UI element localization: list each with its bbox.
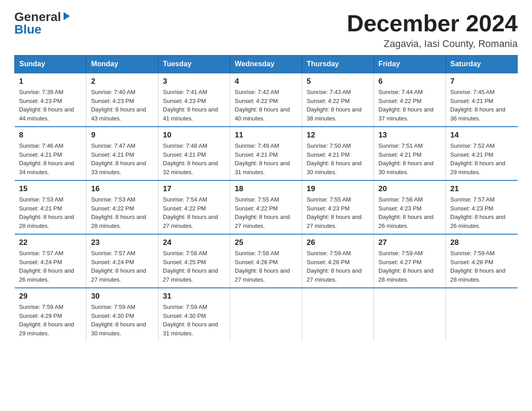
day-info: Sunrise: 7:42 AMSunset: 4:22 PMDaylight:… [235,88,297,123]
logo-arrow-icon [62,11,72,21]
calendar-cell: 4Sunrise: 7:42 AMSunset: 4:22 PMDaylight… [230,73,302,127]
logo-blue-text: Blue [14,23,42,36]
calendar-cell: 7Sunrise: 7:45 AMSunset: 4:21 PMDaylight… [446,73,517,127]
day-info: Sunrise: 7:59 AMSunset: 4:30 PMDaylight:… [91,303,153,338]
day-number: 29 [19,292,82,301]
day-number: 7 [450,77,513,86]
calendar-cell [374,288,446,341]
day-number: 28 [450,238,513,247]
header-thursday: Thursday [302,56,373,73]
calendar-cell: 22Sunrise: 7:57 AMSunset: 4:24 PMDayligh… [15,234,86,288]
day-info: Sunrise: 7:53 AMSunset: 4:21 PMDaylight:… [19,195,82,230]
day-number: 30 [91,292,153,301]
calendar-cell [302,288,373,341]
day-number: 5 [307,77,369,86]
day-number: 1 [19,77,82,86]
day-info: Sunrise: 7:59 AMSunset: 4:29 PMDaylight:… [19,303,82,338]
day-number: 9 [91,131,153,140]
day-info: Sunrise: 7:48 AMSunset: 4:21 PMDaylight:… [163,141,225,176]
day-number: 19 [307,184,369,193]
day-info: Sunrise: 7:59 AMSunset: 4:30 PMDaylight:… [163,303,225,338]
day-number: 23 [91,238,153,247]
calendar-cell: 17Sunrise: 7:54 AMSunset: 4:22 PMDayligh… [158,180,230,234]
calendar-cell: 11Sunrise: 7:49 AMSunset: 4:21 PMDayligh… [230,127,302,180]
calendar-cell: 29Sunrise: 7:59 AMSunset: 4:29 PMDayligh… [15,288,86,341]
day-number: 22 [19,238,82,247]
header-friday: Friday [374,56,446,73]
header-sunday: Sunday [15,56,86,73]
day-number: 24 [163,238,225,247]
calendar-cell: 9Sunrise: 7:47 AMSunset: 4:21 PMDaylight… [86,127,158,180]
day-number: 27 [378,238,441,247]
calendar-cell: 2Sunrise: 7:40 AMSunset: 4:23 PMDaylight… [86,73,158,127]
day-number: 17 [163,184,225,193]
day-info: Sunrise: 7:57 AMSunset: 4:24 PMDaylight:… [91,249,153,284]
calendar-cell: 18Sunrise: 7:55 AMSunset: 4:22 PMDayligh… [230,180,302,234]
day-number: 12 [307,131,369,140]
day-number: 16 [91,184,153,193]
calendar-cell: 19Sunrise: 7:55 AMSunset: 4:23 PMDayligh… [302,180,373,234]
day-info: Sunrise: 7:55 AMSunset: 4:22 PMDaylight:… [235,195,297,230]
calendar-cell: 15Sunrise: 7:53 AMSunset: 4:21 PMDayligh… [15,180,86,234]
calendar-cell: 30Sunrise: 7:59 AMSunset: 4:30 PMDayligh… [86,288,158,341]
calendar-cell: 23Sunrise: 7:57 AMSunset: 4:24 PMDayligh… [86,234,158,288]
day-number: 21 [450,184,513,193]
calendar-cell [446,288,517,341]
day-number: 15 [19,184,82,193]
day-info: Sunrise: 7:58 AMSunset: 4:26 PMDaylight:… [235,249,297,284]
calendar-cell: 20Sunrise: 7:56 AMSunset: 4:23 PMDayligh… [374,180,446,234]
day-info: Sunrise: 7:44 AMSunset: 4:22 PMDaylight:… [378,88,441,123]
day-info: Sunrise: 7:57 AMSunset: 4:24 PMDaylight:… [19,249,82,284]
calendar-week-row: 22Sunrise: 7:57 AMSunset: 4:24 PMDayligh… [15,234,518,288]
day-info: Sunrise: 7:45 AMSunset: 4:21 PMDaylight:… [450,88,513,123]
day-number: 6 [378,77,441,86]
header-monday: Monday [86,56,158,73]
day-number: 3 [163,77,225,86]
calendar-cell: 13Sunrise: 7:51 AMSunset: 4:21 PMDayligh… [374,127,446,180]
day-info: Sunrise: 7:47 AMSunset: 4:21 PMDaylight:… [91,141,153,176]
svg-marker-0 [64,12,70,20]
day-number: 31 [163,292,225,301]
day-number: 8 [19,131,82,140]
calendar-week-row: 8Sunrise: 7:46 AMSunset: 4:21 PMDaylight… [15,127,518,180]
calendar-cell: 26Sunrise: 7:59 AMSunset: 4:26 PMDayligh… [302,234,373,288]
calendar-header-row: SundayMondayTuesdayWednesdayThursdayFrid… [15,56,518,73]
day-number: 10 [163,131,225,140]
day-info: Sunrise: 7:59 AMSunset: 4:27 PMDaylight:… [378,249,441,284]
calendar-cell: 10Sunrise: 7:48 AMSunset: 4:21 PMDayligh… [158,127,230,180]
day-info: Sunrise: 7:40 AMSunset: 4:23 PMDaylight:… [91,88,153,123]
day-info: Sunrise: 7:46 AMSunset: 4:21 PMDaylight:… [19,141,82,176]
calendar-table: SundayMondayTuesdayWednesdayThursdayFrid… [14,55,518,341]
calendar-week-row: 29Sunrise: 7:59 AMSunset: 4:29 PMDayligh… [15,288,518,341]
day-info: Sunrise: 7:55 AMSunset: 4:23 PMDaylight:… [307,195,369,230]
calendar-week-row: 15Sunrise: 7:53 AMSunset: 4:21 PMDayligh… [15,180,518,234]
day-info: Sunrise: 7:59 AMSunset: 4:28 PMDaylight:… [450,249,513,284]
day-info: Sunrise: 7:52 AMSunset: 4:21 PMDaylight:… [450,141,513,176]
calendar-cell: 27Sunrise: 7:59 AMSunset: 4:27 PMDayligh… [374,234,446,288]
day-info: Sunrise: 7:53 AMSunset: 4:22 PMDaylight:… [91,195,153,230]
logo-general-text: General [14,11,61,23]
month-title: December 2024 [347,11,518,36]
day-info: Sunrise: 7:43 AMSunset: 4:22 PMDaylight:… [307,88,369,123]
day-info: Sunrise: 7:56 AMSunset: 4:23 PMDaylight:… [378,195,441,230]
day-info: Sunrise: 7:49 AMSunset: 4:21 PMDaylight:… [235,141,297,176]
title-block: December 2024 Zagavia, Iasi County, Roma… [347,11,518,50]
calendar-cell: 12Sunrise: 7:50 AMSunset: 4:21 PMDayligh… [302,127,373,180]
calendar-cell: 8Sunrise: 7:46 AMSunset: 4:21 PMDaylight… [15,127,86,180]
location-text: Zagavia, Iasi County, Romania [347,38,518,50]
day-number: 13 [378,131,441,140]
logo: General Blue [14,11,72,36]
page-header: General Blue December 2024 Zagavia, Iasi… [14,11,518,50]
day-number: 11 [235,131,297,140]
day-info: Sunrise: 7:54 AMSunset: 4:22 PMDaylight:… [163,195,225,230]
day-info: Sunrise: 7:39 AMSunset: 4:23 PMDaylight:… [19,88,82,123]
calendar-cell: 1Sunrise: 7:39 AMSunset: 4:23 PMDaylight… [15,73,86,127]
day-number: 26 [307,238,369,247]
calendar-cell: 14Sunrise: 7:52 AMSunset: 4:21 PMDayligh… [446,127,517,180]
header-wednesday: Wednesday [230,56,302,73]
header-tuesday: Tuesday [158,56,230,73]
day-number: 4 [235,77,297,86]
calendar-cell: 25Sunrise: 7:58 AMSunset: 4:26 PMDayligh… [230,234,302,288]
day-number: 25 [235,238,297,247]
day-info: Sunrise: 7:41 AMSunset: 4:23 PMDaylight:… [163,88,225,123]
